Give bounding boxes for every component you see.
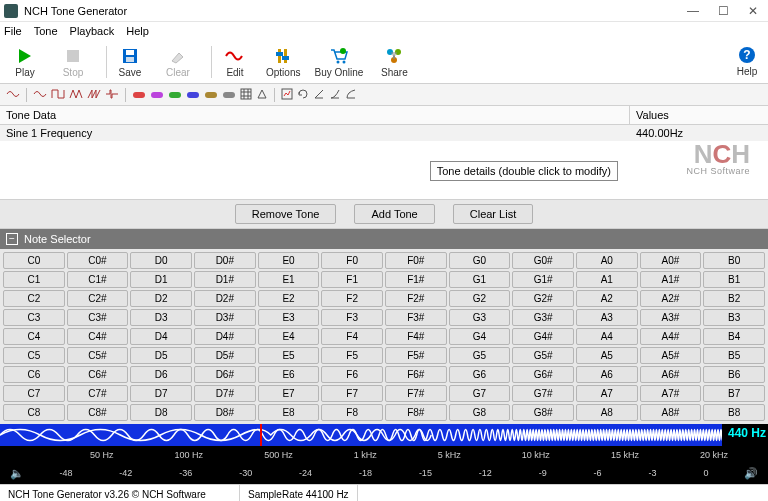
note-A1[interactable]: A1 [576, 271, 638, 288]
note-C2[interactable]: C2 [3, 290, 65, 307]
play-button[interactable]: Play [8, 45, 42, 78]
stop-button[interactable]: Stop [56, 45, 90, 78]
sweep-linear-icon[interactable] [313, 88, 325, 102]
note-G7sharp[interactable]: G7# [512, 385, 574, 402]
noise-brown-icon[interactable] [204, 89, 218, 101]
note-C5[interactable]: C5 [3, 347, 65, 364]
note-F2[interactable]: F2 [321, 290, 383, 307]
waveform-icon[interactable] [6, 88, 20, 102]
menu-help[interactable]: Help [126, 25, 149, 37]
cycle-icon[interactable] [297, 88, 309, 102]
note-C8[interactable]: C8 [3, 404, 65, 421]
note-G1[interactable]: G1 [449, 271, 511, 288]
note-G3[interactable]: G3 [449, 309, 511, 326]
note-C2sharp[interactable]: C2# [67, 290, 129, 307]
note-D3[interactable]: D3 [130, 309, 192, 326]
minimize-button[interactable]: — [678, 0, 708, 22]
add-tone-button[interactable]: Add Tone [354, 204, 434, 224]
noise-pink-icon[interactable] [150, 89, 164, 101]
note-C8sharp[interactable]: C8# [67, 404, 129, 421]
volume-slider[interactable]: 🔈 -48-42-36-30-24-18-15-12-9-6-30 🔊 [0, 462, 768, 484]
note-G6sharp[interactable]: G6# [512, 366, 574, 383]
options-button[interactable]: Options [266, 45, 300, 78]
note-A4[interactable]: A4 [576, 328, 638, 345]
note-selector-header[interactable]: − Note Selector [0, 229, 768, 249]
collapse-icon[interactable]: − [6, 233, 18, 245]
menu-file[interactable]: File [4, 25, 22, 37]
close-button[interactable]: ✕ [738, 0, 768, 22]
note-D2[interactable]: D2 [130, 290, 192, 307]
note-B1[interactable]: B1 [703, 271, 765, 288]
note-G8[interactable]: G8 [449, 404, 511, 421]
edit-button[interactable]: Edit [218, 45, 252, 78]
note-F8[interactable]: F8 [321, 404, 383, 421]
note-F3[interactable]: F3 [321, 309, 383, 326]
note-B6[interactable]: B6 [703, 366, 765, 383]
note-F6[interactable]: F6 [321, 366, 383, 383]
note-G8sharp[interactable]: G8# [512, 404, 574, 421]
note-D8sharp[interactable]: D8# [194, 404, 256, 421]
note-G0sharp[interactable]: G0# [512, 252, 574, 269]
note-G2[interactable]: G2 [449, 290, 511, 307]
note-F5sharp[interactable]: F5# [385, 347, 447, 364]
note-F7sharp[interactable]: F7# [385, 385, 447, 402]
note-F4[interactable]: F4 [321, 328, 383, 345]
maximize-button[interactable]: ☐ [708, 0, 738, 22]
note-D7sharp[interactable]: D7# [194, 385, 256, 402]
note-E5[interactable]: E5 [258, 347, 320, 364]
save-button[interactable]: Save [113, 45, 147, 78]
note-F0sharp[interactable]: F0# [385, 252, 447, 269]
note-D1sharp[interactable]: D1# [194, 271, 256, 288]
note-F2sharp[interactable]: F2# [385, 290, 447, 307]
sweep-icon[interactable] [256, 88, 268, 102]
note-D4[interactable]: D4 [130, 328, 192, 345]
note-F3sharp[interactable]: F3# [385, 309, 447, 326]
note-A5[interactable]: A5 [576, 347, 638, 364]
note-E1[interactable]: E1 [258, 271, 320, 288]
note-A7sharp[interactable]: A7# [640, 385, 702, 402]
note-C0[interactable]: C0 [3, 252, 65, 269]
frequency-slider[interactable]: 440 Hz 50 Hz100 Hz500 Hz1 kHz5 kHz10 kHz… [0, 424, 768, 462]
waveform-saw-icon[interactable] [87, 88, 101, 102]
note-B2[interactable]: B2 [703, 290, 765, 307]
sweep-log-icon[interactable] [329, 88, 341, 102]
note-E4[interactable]: E4 [258, 328, 320, 345]
tone-row[interactable]: Sine 1 Frequency 440.00Hz [0, 125, 768, 141]
noise-band-icon[interactable] [168, 89, 182, 101]
note-B4[interactable]: B4 [703, 328, 765, 345]
note-A0sharp[interactable]: A0# [640, 252, 702, 269]
menu-tone[interactable]: Tone [34, 25, 58, 37]
note-B7[interactable]: B7 [703, 385, 765, 402]
note-E6[interactable]: E6 [258, 366, 320, 383]
note-F0[interactable]: F0 [321, 252, 383, 269]
note-F1sharp[interactable]: F1# [385, 271, 447, 288]
note-A0[interactable]: A0 [576, 252, 638, 269]
note-A7[interactable]: A7 [576, 385, 638, 402]
note-C3[interactable]: C3 [3, 309, 65, 326]
sweep-exp-icon[interactable] [345, 88, 357, 102]
note-E2[interactable]: E2 [258, 290, 320, 307]
note-G5sharp[interactable]: G5# [512, 347, 574, 364]
note-C7[interactable]: C7 [3, 385, 65, 402]
note-D5[interactable]: D5 [130, 347, 192, 364]
note-D8[interactable]: D8 [130, 404, 192, 421]
note-A5sharp[interactable]: A5# [640, 347, 702, 364]
note-D0[interactable]: D0 [130, 252, 192, 269]
buy-online-button[interactable]: Buy Online [314, 45, 363, 78]
note-C6sharp[interactable]: C6# [67, 366, 129, 383]
note-D4sharp[interactable]: D4# [194, 328, 256, 345]
note-D0sharp[interactable]: D0# [194, 252, 256, 269]
remove-tone-button[interactable]: Remove Tone [235, 204, 337, 224]
note-G6[interactable]: G6 [449, 366, 511, 383]
note-D7[interactable]: D7 [130, 385, 192, 402]
waveform-sine-icon[interactable] [33, 88, 47, 102]
noise-band2-icon[interactable] [186, 89, 200, 101]
note-A3sharp[interactable]: A3# [640, 309, 702, 326]
note-A4sharp[interactable]: A4# [640, 328, 702, 345]
share-button[interactable]: Share [377, 45, 411, 78]
note-A3[interactable]: A3 [576, 309, 638, 326]
note-G3sharp[interactable]: G3# [512, 309, 574, 326]
note-G4[interactable]: G4 [449, 328, 511, 345]
note-G5[interactable]: G5 [449, 347, 511, 364]
note-B8[interactable]: B8 [703, 404, 765, 421]
